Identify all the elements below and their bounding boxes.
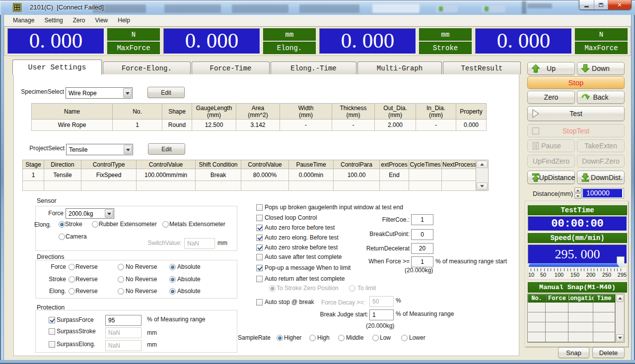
param-input[interactable]: 0 — [411, 229, 433, 240]
project-table-header-cell[interactable]: Stage — [23, 160, 44, 169]
downdist--button[interactable]: DownDist. — [577, 171, 625, 184]
sensor-elong-radio-metals-extensometer[interactable] — [162, 221, 169, 228]
upfindzero-button[interactable]: UpFindZero — [527, 155, 575, 168]
scroll-up-button[interactable] — [616, 295, 624, 302]
menu-item-view[interactable]: View — [90, 15, 113, 25]
specimen-table-header-cell[interactable]: Name — [32, 104, 113, 120]
pause-button[interactable]: Pause — [527, 139, 575, 152]
option-check-auto-zero-elong-before-test[interactable] — [256, 235, 263, 241]
param-input[interactable]: 20 — [411, 243, 433, 254]
sample-rate-radio-higher[interactable] — [277, 335, 283, 341]
direction-elong-no-reverse[interactable] — [118, 288, 124, 295]
specimen-table-header-cell[interactable]: Property — [456, 104, 487, 120]
stop-button[interactable]: Stop — [527, 76, 625, 89]
maximize-button[interactable] — [594, 0, 608, 9]
project-table-header-cell[interactable]: NextProcess — [442, 160, 476, 169]
manual-snap-row[interactable] — [528, 303, 615, 312]
project-table-row[interactable] — [23, 181, 476, 191]
specimen-table-row[interactable]: Wire Rope1Round12.5003.142--2.000-0.000 — [32, 120, 487, 131]
project-table-row[interactable]: 1TensileFixSpeed100.000mm/minBreak80.000… — [23, 169, 476, 181]
tab-force-time[interactable]: Force-Time — [192, 61, 270, 74]
specimen-table-header-cell[interactable]: Shape — [162, 104, 192, 120]
close-button[interactable]: ✕ — [608, 0, 631, 9]
protection-check-surpasselong[interactable] — [49, 341, 55, 348]
test-button[interactable]: Test — [527, 106, 625, 121]
tab-force-elong-[interactable]: Force-Elong. — [103, 61, 191, 74]
option-check-closed-loop-control[interactable] — [256, 215, 263, 221]
updistance-button[interactable]: UpDistance — [527, 171, 575, 184]
distance-spin-up[interactable] — [574, 187, 581, 193]
protection-check-surpassforce[interactable] — [49, 317, 55, 323]
manual-snap-row[interactable] — [528, 312, 615, 322]
specimen-table-header-cell[interactable]: In_Dia.(mm) — [416, 104, 456, 120]
specimen-edit-button[interactable]: Edit — [147, 87, 185, 98]
sensor-elong-radio-rubber-extensometer[interactable] — [92, 221, 98, 228]
option-check-pop-up-a-message-when-to-limit[interactable] — [256, 265, 263, 271]
direction-stroke-absolute[interactable] — [169, 276, 176, 283]
tab-user-settings[interactable]: User Settings — [12, 60, 102, 75]
takeexten-button[interactable]: TakeExten — [577, 139, 625, 152]
stoptest-button[interactable]: StopTest — [527, 124, 625, 137]
specimen-select-combo[interactable]: Wire Rope — [66, 87, 133, 99]
delete-button[interactable]: Delete — [592, 347, 625, 358]
sample-rate-radio-low[interactable] — [372, 335, 379, 341]
distance-spin-down[interactable] — [574, 193, 581, 199]
project-table-scrollbar[interactable] — [476, 160, 489, 191]
down-button[interactable]: Down — [577, 62, 625, 75]
project-table-header-cell[interactable]: ControlValue — [137, 160, 196, 169]
project-table-header-cell[interactable]: ControlType — [81, 160, 137, 169]
project-table-header-cell[interactable]: Shift Condition — [196, 160, 241, 169]
direction-force-no-reverse[interactable] — [118, 264, 124, 270]
manual-snap-row[interactable] — [528, 322, 615, 332]
protection-value-input[interactable]: 95 — [105, 315, 141, 326]
project-select-combo[interactable]: Tensile — [66, 144, 133, 155]
force-decay-input[interactable]: 50 — [369, 296, 394, 307]
project-table-header-cell[interactable]: ControlPara — [334, 160, 380, 169]
specimen-table-header-cell[interactable]: No. — [113, 104, 162, 120]
param-input[interactable]: 1 — [411, 214, 433, 225]
minimize-button[interactable] — [579, 0, 594, 9]
direction-elong-reverse[interactable] — [69, 288, 75, 295]
scroll-down-button[interactable] — [616, 334, 624, 342]
menu-item-manage[interactable]: Manage — [8, 15, 39, 25]
option-check-auto-zero-stroke-before-test[interactable] — [256, 244, 263, 251]
manual-snap-header-cell[interactable]: longatio — [568, 294, 593, 303]
project-table-header-cell[interactable]: CycleTimes — [409, 160, 442, 169]
option-check-auto-stop-break[interactable] — [256, 299, 263, 305]
distance-spinner[interactable] — [574, 187, 581, 199]
snap-button[interactable]: Snap — [558, 347, 589, 358]
specimen-combo-dropdown-icon[interactable] — [123, 88, 132, 98]
protection-value-input[interactable]: NaN — [105, 340, 141, 351]
manual-snap-scrollbar[interactable] — [615, 294, 624, 342]
project-table-header-cell[interactable]: extProces — [380, 160, 409, 169]
specimen-table-header-cell[interactable]: GaugeLength(mm) — [192, 104, 236, 120]
switch-value-input[interactable]: NaN — [184, 238, 215, 249]
menu-item-help[interactable]: Help — [113, 15, 135, 25]
direction-force-absolute[interactable] — [169, 264, 176, 270]
menu-item-setting[interactable]: Setting — [39, 15, 68, 25]
manual-snap-row[interactable] — [528, 332, 615, 342]
title-bar[interactable]: 2101(C) [Connect Failed] ✕ — [0, 0, 635, 15]
project-edit-button[interactable]: Edit — [148, 143, 185, 155]
sample-rate-radio-lower[interactable] — [401, 335, 408, 341]
sensor-force-combo[interactable]: 2000.0kg — [66, 208, 114, 219]
zero-button[interactable]: Zero — [527, 91, 575, 104]
return-radio-to-limit[interactable] — [349, 285, 355, 292]
option-check-auto-return-after-test-complet[interactable] — [256, 276, 263, 282]
tab-multi-graph[interactable]: Multi-Graph — [357, 61, 442, 74]
project-table-header-cell[interactable]: Direction — [44, 160, 81, 169]
scroll-up-button[interactable] — [477, 161, 488, 168]
manual-snap-header-cell[interactable]: Time — [593, 294, 615, 303]
break-judge-input[interactable]: 1 — [369, 309, 394, 320]
menu-item-zero[interactable]: Zero — [68, 15, 90, 25]
project-combo-dropdown-icon[interactable] — [124, 145, 132, 154]
manual-snap-header-cell[interactable]: Force — [546, 294, 568, 303]
specimen-table-header-cell[interactable]: Out_Dia.(mm) — [375, 104, 416, 120]
sample-rate-radio-high[interactable] — [309, 335, 316, 341]
downf-zero-button[interactable]: DownF.Zero — [577, 155, 625, 168]
option-check-auto-save-after-test-complete[interactable] — [256, 254, 263, 260]
sensor-elong-radio-stroke[interactable] — [59, 221, 65, 228]
param-input[interactable]: 1 — [411, 256, 433, 267]
specimen-table-header-cell[interactable]: Width(mm) — [280, 104, 332, 120]
manual-snap-header-cell[interactable]: No. — [528, 294, 546, 303]
